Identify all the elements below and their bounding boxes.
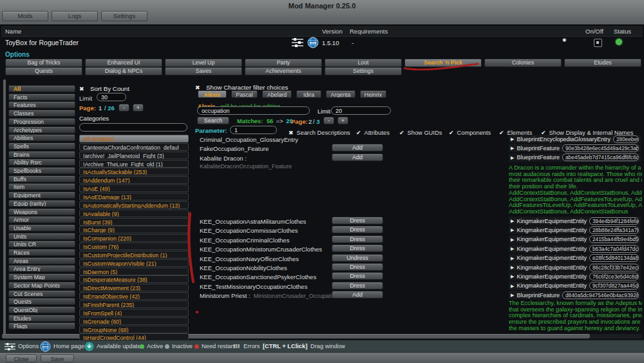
sidebar-item-progression[interactable]: Progression <box>8 118 75 125</box>
expand-icon[interactable]: ▶ <box>511 153 514 162</box>
category-item-isautomaticallystartingaddendum-13[interactable]: IsAutomaticallyStartingAddendum (13) <box>79 201 189 209</box>
feature-tab-colonies[interactable]: Colonies <box>484 59 562 67</box>
result-type-row[interactable]: ▶KingmakerEquipmentEntity28b88e24ffa341a… <box>509 226 641 234</box>
feature-tab-search-n-pick[interactable]: Search 'n Pick <box>404 59 482 67</box>
options-link[interactable]: Options <box>5 51 30 58</box>
result-type-row[interactable]: ▶BlueprintFeature90e3b428e6ec45d49a429c3… <box>509 144 641 152</box>
toggle-show-guids[interactable]: ✔Show GUIDs <box>399 126 442 137</box>
expand-icon[interactable]: ▶ <box>511 226 514 234</box>
category-page-plus-button[interactable]: + <box>133 104 144 112</box>
expand-icon[interactable]: ▶ <box>511 282 514 290</box>
options-sliders-icon[interactable] <box>5 342 15 351</box>
nav-tab-settings[interactable]: Settings <box>101 11 147 21</box>
result-type-row[interactable]: ▶KingmakerEquipmentEntitye28fc5d840134da… <box>509 254 641 262</box>
results-page-plus-button[interactable]: + <box>337 117 348 124</box>
mod-onoff-checkbox[interactable] <box>594 39 602 47</box>
toggle-components[interactable]: ✔Components <box>449 126 491 137</box>
sidebar-item-races[interactable]: Races <box>8 249 75 256</box>
sidebar-item-item[interactable]: Item <box>8 183 75 190</box>
result-type-row[interactable]: ▶BlueprintFeatured840a5dc947546e0b4ac939… <box>509 291 641 299</box>
nav-tab-logs[interactable]: Logs <box>52 11 98 21</box>
sidebar-item-usable[interactable]: Usable <box>8 224 75 231</box>
character-tab-idira[interactable]: Idira <box>296 90 321 98</box>
toggle-sort-by-count[interactable]: ✖ Sort By Count <box>79 82 129 93</box>
character-tab-argenta[interactable]: Argenta <box>326 90 355 98</box>
category-item-isfromspell-4[interactable]: IsFromSpell (4) <box>79 309 189 317</box>
sidebar-item-brains[interactable]: Brains <box>8 151 75 158</box>
action-button-dress[interactable]: Dress <box>332 226 383 233</box>
sidebar-item-buffs[interactable]: Buffs <box>8 175 75 182</box>
sidebar-item-questobj[interactable]: QuestObj <box>8 306 75 313</box>
search-limit-input[interactable] <box>331 106 391 115</box>
result-guid-field[interactable]: 90e3b428e6ec45d49a429c3abc <box>562 144 639 152</box>
result-guid-field[interactable]: e28fc5d840134da892 <box>589 254 639 262</box>
category-item-isaddendum-147[interactable]: IsAddendum (147) <box>79 176 189 184</box>
sidebar-item-system-map[interactable]: System Map <box>8 273 75 280</box>
result-guid-field[interactable]: 76c6f2ce3e5d4c8d9c <box>589 273 639 280</box>
mod-name[interactable]: ToyBox for RogueTrader <box>5 39 79 46</box>
expand-icon[interactable]: ▶ <box>511 254 514 262</box>
character-tab-pascal[interactable]: Pascal <box>231 90 258 98</box>
mod-homepage-globe-icon[interactable]: www <box>307 37 319 48</box>
result-type-row[interactable]: ▶KingmakerEquipmentEntityb63a4c7a04fd47d… <box>509 244 641 253</box>
expand-icon[interactable]: ▶ <box>511 263 514 271</box>
sidebar-item-quests[interactable]: Quests <box>8 298 75 305</box>
toggle-attributes[interactable]: ✔Attributes <box>356 126 390 137</box>
category-item-isaoedamage-13[interactable]: IsAoEDamage (13) <box>79 193 189 201</box>
feature-tab-dialog-npcs[interactable]: Dialog & NPCs <box>85 67 162 75</box>
category-item-iscustom-76[interactable]: IsCustom (76) <box>79 242 189 250</box>
action-button-add[interactable]: Add <box>332 291 383 299</box>
feature-tab-enhanced-ui[interactable]: Enhanced UI <box>85 59 162 67</box>
category-item-iscompanion-220[interactable]: IsCompanion (220) <box>79 234 189 242</box>
action-button-dress[interactable]: Dress <box>332 244 383 252</box>
feature-tab-etudes[interactable]: Etudes <box>564 59 641 67</box>
expand-icon[interactable]: ▶ <box>511 244 514 253</box>
category-item-isavailable-9[interactable]: IsAvailable (9) <box>79 210 189 217</box>
sidebar-item-sector-map-points[interactable]: Sector Map Points <box>8 282 75 289</box>
sidebar-item-all[interactable]: All <box>8 85 75 92</box>
action-button-add[interactable]: Add <box>332 144 383 152</box>
expand-icon[interactable]: ▶ <box>511 235 514 244</box>
search-button[interactable]: Search <box>197 117 229 124</box>
statusbar-homepage-label[interactable]: Home page <box>53 343 84 349</box>
result-guid-field[interactable]: 86c28cf33b7e42ecb1 <box>589 264 639 271</box>
category-item-iscustomprojectiledistribution-1[interactable]: IsCustomProjectileDistribution (1) <box>79 251 189 259</box>
sidebar-item-etudes[interactable]: Etudes <box>8 315 75 322</box>
category-item-canteenachordaconfrontation-defaul[interactable]: CanteenaChordaConfrontation_defaul <box>79 143 189 151</box>
sidebar-item-spellbooks[interactable]: Spellbooks <box>8 167 75 174</box>
result-guid-field[interactable]: abe45adeb7d7415ca96df8fc6cd <box>562 153 639 161</box>
sidebar-item-cut-scenes[interactable]: Cut Scenes <box>8 290 75 297</box>
category-item-iserrandobjective-42[interactable]: IsErrandObjective (42) <box>79 292 189 300</box>
sidebar-item-equip-rarity[interactable]: Equip (rarity) <box>8 200 75 207</box>
result-type-row[interactable]: ▶KingmakerEquipmentEntity2415ba44fb9e4bd… <box>509 235 641 244</box>
sidebar-item-armor[interactable]: Armor <box>8 216 75 223</box>
character-tab-alexis[interactable]: Alexis <box>198 90 227 98</box>
category-item-all-109841[interactable]: All (109841) <box>79 135 189 142</box>
action-button-dress[interactable]: Dress <box>332 263 383 271</box>
statusbar-options-label[interactable]: Options <box>18 343 39 349</box>
category-item-isdirectmovement-23[interactable]: IsDirectMovement (23) <box>79 284 189 291</box>
sidebar-item-abilities[interactable]: Abilities <box>8 134 75 141</box>
category-item-isactuallystackable-253[interactable]: IsActuallyStackable (253) <box>79 168 189 175</box>
category-item-archive-thelure-fight-old-1[interactable]: !Archive_TheLure_Fight_old (1) <box>79 160 189 168</box>
category-item-isfinishparent-235[interactable]: IsFinishParent (235) <box>79 300 189 308</box>
results-page-minus-button[interactable]: - <box>323 117 334 124</box>
feature-tab-bag-of-tricks[interactable]: Bag of Tricks <box>5 59 82 67</box>
category-item-isdaemon-5[interactable]: IsDaemon (5) <box>79 268 189 275</box>
result-type-row[interactable]: ▶KingmakerEquipmentEntity76c6f2ce3e5d4c8… <box>509 272 641 280</box>
category-filter-input[interactable] <box>79 123 187 132</box>
sidebar-item-equipment[interactable]: Equipment <box>8 191 75 199</box>
category-item-isburst-39[interactable]: IsBurst (39) <box>79 218 189 226</box>
feature-tab-level-up[interactable]: Level Up <box>165 59 242 67</box>
category-item-archive-jailplanetoid-fight-3[interactable]: !archive!_JailPlanetoid_Fight (3) <box>79 152 189 159</box>
parameter-input[interactable] <box>230 126 277 134</box>
sidebar-item-area-entry[interactable]: Area Entry <box>8 265 75 272</box>
sidebar-item-flags[interactable]: Flags <box>8 322 75 329</box>
sidebar-item-ability-rsrc[interactable]: Ability Rsrc <box>8 159 75 166</box>
category-item-isgroupnone-68[interactable]: IsGroupNone (68) <box>79 326 189 333</box>
category-item-ischarge-9[interactable]: IsCharge (9) <box>79 226 189 233</box>
action-button-undress[interactable]: Undress <box>332 254 383 262</box>
action-button-add[interactable]: Add <box>332 153 383 161</box>
character-tab-heinrix[interactable]: Heinrix <box>360 90 386 98</box>
sidebar-item-spells[interactable]: Spells <box>8 142 75 150</box>
